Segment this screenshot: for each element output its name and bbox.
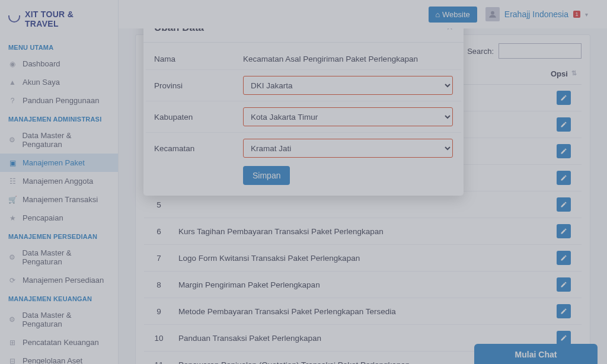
modal-overlay[interactable] bbox=[0, 0, 607, 364]
